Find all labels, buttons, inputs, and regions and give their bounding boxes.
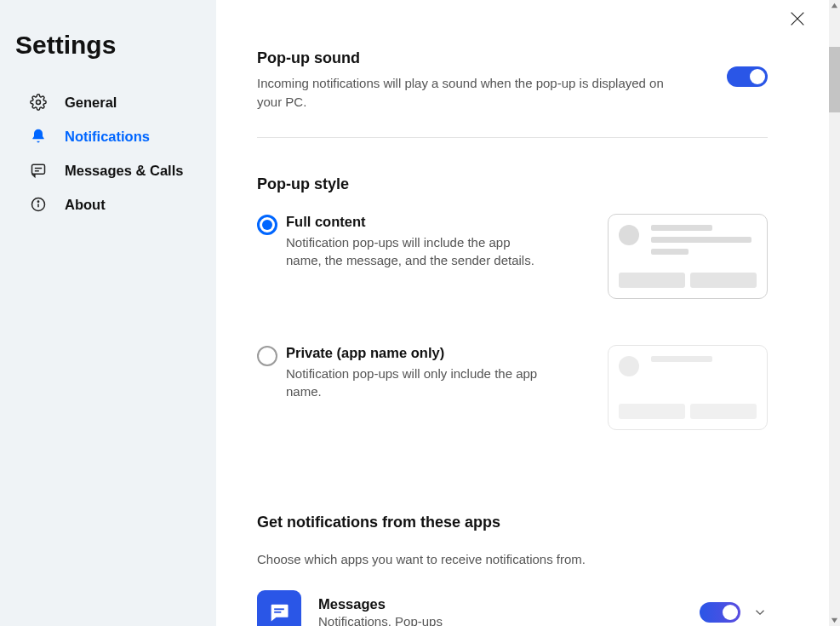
popup-style-title: Pop-up style [257,175,768,193]
preview-private [608,345,768,430]
radio-full-content[interactable] [257,215,277,235]
radio-desc: Notification pop-ups will only include t… [286,365,541,402]
scroll-up-button[interactable] [829,0,840,11]
svg-rect-1 [32,164,45,174]
close-icon [788,9,807,28]
scroll-down-button[interactable] [829,615,840,626]
expand-app-button[interactable] [752,605,768,620]
chat-icon [29,161,48,180]
popup-sound-row: Pop-up sound Incoming notifications will… [257,0,768,138]
vertical-scrollbar[interactable] [829,0,840,626]
popup-sound-title: Pop-up sound [257,49,667,67]
svg-point-0 [37,101,41,105]
svg-rect-8 [274,611,281,612]
info-icon [29,195,48,214]
sidebar-item-general[interactable]: General [0,85,216,119]
app-row-messages: Messages Notifications, Pop-ups [257,590,768,627]
app-name: Messages [318,596,700,612]
popup-sound-desc: Incoming notifications will play a sound… [257,74,667,112]
popup-sound-toggle[interactable] [727,66,768,87]
apps-section-desc: Choose which apps you want to receive no… [257,552,768,566]
svg-point-4 [37,201,38,202]
app-sub: Notifications, Pop-ups [318,614,700,627]
sidebar-item-label: Messages & Calls [65,163,183,179]
sidebar-item-label: Notifications [65,129,150,145]
sidebar-item-notifications[interactable]: Notifications [0,119,216,153]
bell-icon [29,127,48,146]
svg-rect-7 [274,608,284,610]
sidebar-title: Settings [0,31,216,60]
popup-style-option-full: Full content Notification pop-ups will i… [257,214,768,299]
gear-icon [29,93,48,112]
caret-up-icon [831,2,838,9]
sidebar-item-messages-calls[interactable]: Messages & Calls [0,153,216,187]
app-messages-toggle[interactable] [700,602,740,623]
sidebar-item-label: About [65,197,106,213]
radio-title: Private (app name only) [286,345,541,361]
radio-private[interactable] [257,346,277,366]
popup-style-option-private: Private (app name only) Notification pop… [257,345,768,430]
popup-style-section: Pop-up style Full content Notification p… [257,138,768,430]
svg-marker-10 [831,618,837,623]
apps-section: Get notifications from these apps Choose… [257,476,768,627]
messages-app-icon [257,590,301,627]
preview-full-content [608,214,768,299]
scrollbar-thumb[interactable] [829,47,840,112]
sidebar-item-about[interactable]: About [0,187,216,221]
apps-section-title: Get notifications from these apps [257,514,768,531]
svg-marker-9 [831,3,837,8]
close-button[interactable] [788,9,807,28]
radio-title: Full content [286,214,541,230]
chevron-down-icon [752,605,768,620]
radio-desc: Notification pop-ups will include the ap… [286,233,541,271]
caret-down-icon [831,617,838,624]
sidebar: Settings General Notifications Messages … [0,0,216,626]
main-content: Pop-up sound Incoming notifications will… [216,0,829,626]
sidebar-item-label: General [65,95,117,111]
